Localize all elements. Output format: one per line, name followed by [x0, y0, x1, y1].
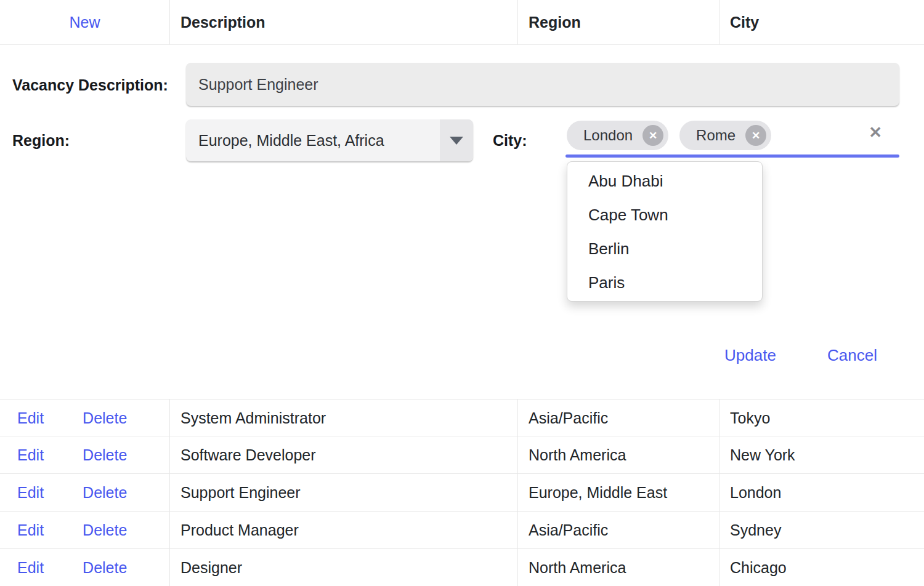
table-row: Edit Delete Software Developer North Ame…	[0, 436, 924, 474]
cell-city: Sydney	[719, 512, 924, 548]
cancel-button[interactable]: Cancel	[827, 346, 877, 365]
city-tag: Rome ✕	[679, 121, 771, 150]
vacancies-table: Edit Delete System Administrator Asia/Pa…	[0, 399, 924, 586]
selected-city-tags: London ✕ Rome ✕	[567, 121, 771, 150]
delete-button[interactable]: Delete	[83, 549, 127, 586]
row-actions: Edit Delete	[0, 512, 169, 548]
region-select-value: Europe, Middle East, Africa	[198, 119, 384, 161]
table-row: Edit Delete Designer North America Chica…	[0, 549, 924, 586]
row-actions: Edit Delete	[0, 436, 169, 473]
header-cell-actions: New	[0, 0, 169, 44]
delete-button[interactable]: Delete	[83, 512, 127, 548]
row-actions: Edit Delete	[0, 399, 169, 436]
cell-description: Designer	[169, 549, 517, 586]
cell-description: System Administrator	[169, 399, 517, 436]
cell-description: Support Engineer	[169, 474, 517, 511]
region-select[interactable]: Europe, Middle East, Africa	[186, 119, 473, 161]
vacancy-description-label: Vacancy Description:	[12, 76, 168, 94]
cell-city: London	[719, 474, 924, 511]
cell-region: North America	[517, 436, 719, 473]
cell-city: Tokyo	[719, 399, 924, 436]
vacancy-description-input[interactable]	[186, 63, 899, 106]
table-row: Edit Delete System Administrator Asia/Pa…	[0, 399, 924, 436]
cell-description: Product Manager	[169, 512, 517, 548]
row-actions: Edit Delete	[0, 549, 169, 586]
edit-button[interactable]: Edit	[17, 474, 44, 511]
column-header-region: Region	[517, 0, 719, 44]
city-option[interactable]: Paris	[567, 266, 762, 300]
cell-description: Software Developer	[169, 436, 517, 473]
city-option[interactable]: Cape Town	[567, 198, 762, 232]
table-header: New Description Region City	[0, 0, 924, 45]
region-label: Region:	[12, 132, 70, 150]
cell-city: New York	[719, 436, 924, 473]
chevron-down-icon	[450, 137, 463, 145]
cell-region: Asia/Pacific	[517, 399, 719, 436]
column-header-description: Description	[169, 0, 517, 44]
edit-button[interactable]: Edit	[17, 512, 44, 548]
delete-button[interactable]: Delete	[83, 474, 127, 511]
cell-region: North America	[517, 549, 719, 586]
city-options-dropdown: Abu Dhabi Cape Town Berlin Paris	[567, 161, 763, 302]
new-button[interactable]: New	[69, 14, 100, 31]
cell-city: Chicago	[719, 549, 924, 586]
city-tag-label: Rome	[696, 127, 736, 144]
city-select-underline	[565, 155, 899, 158]
edit-button[interactable]: Edit	[17, 436, 44, 473]
vacancies-page: New Description Region City Vacancy Desc…	[0, 0, 924, 586]
city-tag-label: London	[583, 127, 633, 144]
region-select-arrow-zone[interactable]	[440, 119, 473, 161]
cell-region: Europe, Middle East	[517, 474, 719, 511]
city-tag: London ✕	[567, 121, 668, 150]
remove-tag-icon[interactable]: ✕	[642, 125, 663, 146]
table-row: Edit Delete Product Manager Asia/Pacific…	[0, 512, 924, 549]
delete-button[interactable]: Delete	[83, 436, 127, 473]
delete-button[interactable]: Delete	[83, 399, 127, 436]
row-actions: Edit Delete	[0, 474, 169, 511]
city-option[interactable]: Berlin	[567, 232, 762, 266]
edit-button[interactable]: Edit	[17, 399, 44, 436]
column-header-city: City	[719, 0, 924, 44]
city-multiselect[interactable]: London ✕ Rome ✕ ✕	[565, 119, 899, 155]
clear-all-icon[interactable]: ✕	[869, 124, 882, 140]
edit-button[interactable]: Edit	[17, 549, 44, 586]
city-label: City:	[493, 132, 527, 150]
city-option[interactable]: Abu Dhabi	[567, 164, 762, 198]
remove-tag-icon[interactable]: ✕	[745, 125, 766, 146]
update-button[interactable]: Update	[724, 346, 776, 365]
cell-region: Asia/Pacific	[517, 512, 719, 548]
table-row: Edit Delete Support Engineer Europe, Mid…	[0, 474, 924, 512]
